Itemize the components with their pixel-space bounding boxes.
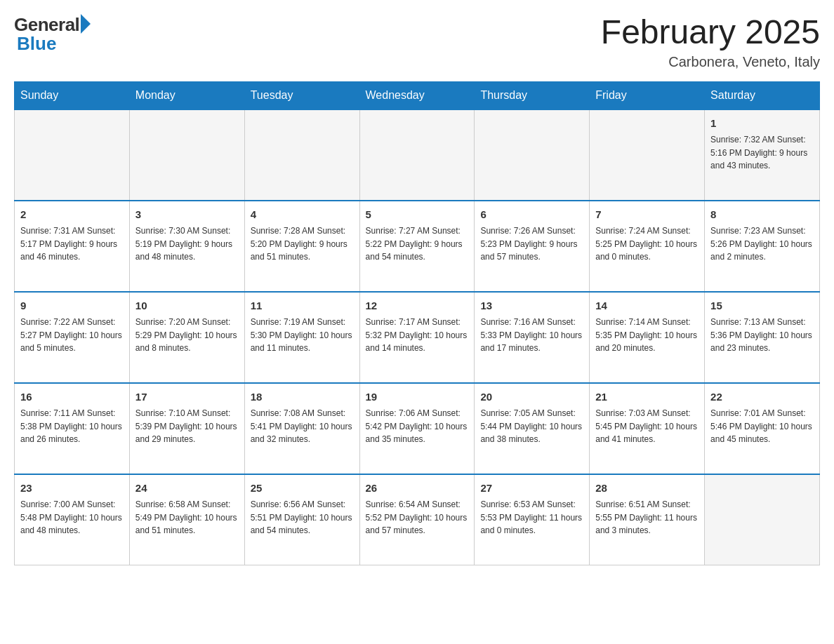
calendar-week-5: 23Sunrise: 7:00 AM Sunset: 5:48 PM Dayli… — [15, 474, 820, 565]
calendar-cell — [244, 109, 359, 201]
calendar-cell: 25Sunrise: 6:56 AM Sunset: 5:51 PM Dayli… — [244, 474, 359, 565]
calendar-week-3: 9Sunrise: 7:22 AM Sunset: 5:27 PM Daylig… — [15, 292, 820, 383]
day-number: 23 — [20, 481, 124, 497]
day-number: 16 — [20, 389, 124, 405]
header-row: Sunday Monday Tuesday Wednesday Thursday… — [15, 81, 820, 109]
day-info: Sunrise: 7:13 AM Sunset: 5:36 PM Dayligh… — [710, 316, 814, 355]
day-number: 28 — [595, 481, 699, 497]
day-number: 6 — [480, 207, 583, 223]
logo-blue-text: Blue — [17, 33, 56, 55]
logo: General Blue — [14, 14, 91, 55]
day-info: Sunrise: 7:28 AM Sunset: 5:20 PM Dayligh… — [251, 224, 354, 264]
day-info: Sunrise: 7:23 AM Sunset: 5:26 PM Dayligh… — [710, 224, 814, 264]
day-info: Sunrise: 7:01 AM Sunset: 5:46 PM Dayligh… — [710, 407, 814, 446]
col-saturday: Saturday — [705, 81, 820, 109]
col-thursday: Thursday — [475, 81, 590, 109]
calendar-cell: 22Sunrise: 7:01 AM Sunset: 5:46 PM Dayli… — [705, 383, 820, 474]
calendar-cell: 20Sunrise: 7:05 AM Sunset: 5:44 PM Dayli… — [475, 383, 590, 474]
calendar-cell: 23Sunrise: 7:00 AM Sunset: 5:48 PM Dayli… — [15, 474, 130, 565]
calendar-body: 1Sunrise: 7:32 AM Sunset: 5:16 PM Daylig… — [15, 109, 820, 565]
day-number: 10 — [135, 298, 239, 314]
calendar-week-2: 2Sunrise: 7:31 AM Sunset: 5:17 PM Daylig… — [15, 201, 820, 292]
day-info: Sunrise: 6:53 AM Sunset: 5:53 PM Dayligh… — [480, 498, 583, 537]
day-info: Sunrise: 7:08 AM Sunset: 5:41 PM Dayligh… — [251, 407, 354, 446]
calendar-cell: 6Sunrise: 7:26 AM Sunset: 5:23 PM Daylig… — [475, 201, 590, 292]
calendar-cell: 28Sunrise: 6:51 AM Sunset: 5:55 PM Dayli… — [590, 474, 705, 565]
day-number: 15 — [710, 298, 814, 314]
title-section: February 2025 Carbonera, Veneto, Italy — [601, 14, 820, 70]
day-number: 12 — [366, 298, 469, 314]
day-number: 21 — [595, 389, 699, 405]
calendar-cell: 2Sunrise: 7:31 AM Sunset: 5:17 PM Daylig… — [15, 201, 130, 292]
logo-triangle-icon — [81, 14, 91, 34]
col-sunday: Sunday — [15, 81, 130, 109]
calendar-cell: 11Sunrise: 7:19 AM Sunset: 5:30 PM Dayli… — [244, 292, 359, 383]
calendar-cell — [475, 109, 590, 201]
calendar-cell: 4Sunrise: 7:28 AM Sunset: 5:20 PM Daylig… — [244, 201, 359, 292]
day-info: Sunrise: 7:22 AM Sunset: 5:27 PM Dayligh… — [20, 316, 124, 355]
day-number: 9 — [20, 298, 124, 314]
day-info: Sunrise: 7:17 AM Sunset: 5:32 PM Dayligh… — [366, 316, 469, 355]
calendar-table: Sunday Monday Tuesday Wednesday Thursday… — [14, 81, 820, 566]
col-tuesday: Tuesday — [244, 81, 359, 109]
location-text: Carbonera, Veneto, Italy — [601, 54, 820, 70]
day-number: 7 — [595, 207, 699, 223]
calendar-cell — [705, 474, 820, 565]
day-info: Sunrise: 7:00 AM Sunset: 5:48 PM Dayligh… — [20, 498, 124, 537]
calendar-cell: 9Sunrise: 7:22 AM Sunset: 5:27 PM Daylig… — [15, 292, 130, 383]
day-info: Sunrise: 7:26 AM Sunset: 5:23 PM Dayligh… — [480, 224, 583, 264]
day-number: 27 — [480, 481, 583, 497]
day-number: 18 — [251, 389, 354, 405]
day-number: 2 — [20, 207, 124, 223]
day-info: Sunrise: 6:58 AM Sunset: 5:49 PM Dayligh… — [135, 498, 239, 537]
calendar-cell: 27Sunrise: 6:53 AM Sunset: 5:53 PM Dayli… — [475, 474, 590, 565]
day-info: Sunrise: 7:32 AM Sunset: 5:16 PM Dayligh… — [710, 133, 814, 173]
day-info: Sunrise: 7:19 AM Sunset: 5:30 PM Dayligh… — [251, 316, 354, 355]
day-info: Sunrise: 7:06 AM Sunset: 5:42 PM Dayligh… — [366, 407, 469, 446]
col-monday: Monday — [129, 81, 244, 109]
day-info: Sunrise: 7:11 AM Sunset: 5:38 PM Dayligh… — [20, 407, 124, 446]
calendar-cell: 1Sunrise: 7:32 AM Sunset: 5:16 PM Daylig… — [705, 109, 820, 201]
calendar-cell: 24Sunrise: 6:58 AM Sunset: 5:49 PM Dayli… — [129, 474, 244, 565]
calendar-cell — [359, 109, 475, 201]
calendar-cell: 14Sunrise: 7:14 AM Sunset: 5:35 PM Dayli… — [590, 292, 705, 383]
calendar-week-1: 1Sunrise: 7:32 AM Sunset: 5:16 PM Daylig… — [15, 109, 820, 201]
day-info: Sunrise: 6:51 AM Sunset: 5:55 PM Dayligh… — [595, 498, 699, 537]
calendar-cell — [15, 109, 130, 201]
day-number: 19 — [366, 389, 469, 405]
day-number: 17 — [135, 389, 239, 405]
calendar-header: Sunday Monday Tuesday Wednesday Thursday… — [15, 81, 820, 109]
day-info: Sunrise: 7:30 AM Sunset: 5:19 PM Dayligh… — [135, 224, 239, 264]
day-number: 13 — [480, 298, 583, 314]
day-number: 25 — [251, 481, 354, 497]
day-info: Sunrise: 7:27 AM Sunset: 5:22 PM Dayligh… — [366, 224, 469, 264]
month-title: February 2025 — [601, 14, 820, 51]
day-info: Sunrise: 7:03 AM Sunset: 5:45 PM Dayligh… — [595, 407, 699, 446]
day-info: Sunrise: 7:20 AM Sunset: 5:29 PM Dayligh… — [135, 316, 239, 355]
day-number: 14 — [595, 298, 699, 314]
calendar-cell: 7Sunrise: 7:24 AM Sunset: 5:25 PM Daylig… — [590, 201, 705, 292]
calendar-cell: 3Sunrise: 7:30 AM Sunset: 5:19 PM Daylig… — [129, 201, 244, 292]
day-number: 26 — [366, 481, 469, 497]
day-number: 24 — [135, 481, 239, 497]
day-number: 8 — [710, 207, 814, 223]
day-info: Sunrise: 6:54 AM Sunset: 5:52 PM Dayligh… — [366, 498, 469, 537]
day-number: 22 — [710, 389, 814, 405]
day-info: Sunrise: 7:16 AM Sunset: 5:33 PM Dayligh… — [480, 316, 583, 355]
day-number: 4 — [251, 207, 354, 223]
calendar-week-4: 16Sunrise: 7:11 AM Sunset: 5:38 PM Dayli… — [15, 383, 820, 474]
calendar-cell — [129, 109, 244, 201]
calendar-cell: 21Sunrise: 7:03 AM Sunset: 5:45 PM Dayli… — [590, 383, 705, 474]
calendar-cell: 15Sunrise: 7:13 AM Sunset: 5:36 PM Dayli… — [705, 292, 820, 383]
calendar-cell: 17Sunrise: 7:10 AM Sunset: 5:39 PM Dayli… — [129, 383, 244, 474]
col-wednesday: Wednesday — [359, 81, 475, 109]
day-number: 11 — [251, 298, 354, 314]
day-info: Sunrise: 6:56 AM Sunset: 5:51 PM Dayligh… — [251, 498, 354, 537]
calendar-cell: 18Sunrise: 7:08 AM Sunset: 5:41 PM Dayli… — [244, 383, 359, 474]
day-number: 3 — [135, 207, 239, 223]
col-friday: Friday — [590, 81, 705, 109]
day-info: Sunrise: 7:10 AM Sunset: 5:39 PM Dayligh… — [135, 407, 239, 446]
day-info: Sunrise: 7:14 AM Sunset: 5:35 PM Dayligh… — [595, 316, 699, 355]
calendar-cell: 5Sunrise: 7:27 AM Sunset: 5:22 PM Daylig… — [359, 201, 475, 292]
day-info: Sunrise: 7:05 AM Sunset: 5:44 PM Dayligh… — [480, 407, 583, 446]
